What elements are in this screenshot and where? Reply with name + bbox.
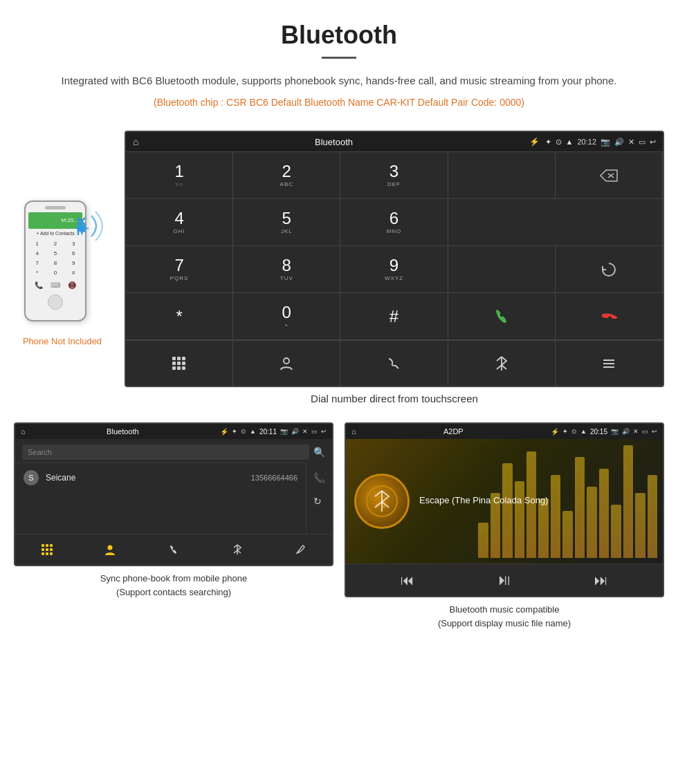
pb-search-icon[interactable]: 🔍 [313,447,325,458]
music-controls: ⏮ ⏯ ⏭ [346,563,663,596]
dial-bluetooth-icon[interactable] [448,341,556,386]
music-topbar: ⌂ A2DP ⚡ ✦ ⊙ ▲ 20:15 📷 🔊 ✕ ▭ ↩ [346,424,663,439]
pb-icon-person[interactable] [79,541,143,558]
dial-topbar-title: Bluetooth [144,137,523,147]
pb-search-box[interactable]: Search [22,445,309,460]
svg-rect-9 [182,362,185,365]
dial-empty-2 [448,199,663,246]
svg-rect-5 [177,357,181,360]
svg-rect-4 [172,357,176,360]
music-caption: Bluetooth music compatible (Support disp… [435,597,574,630]
dial-key-2[interactable]: 2 ABC [233,152,340,199]
dial-settings-icon[interactable] [556,341,663,386]
svg-rect-7 [172,362,176,365]
pb-contact-row[interactable]: S Seicane 13566664466 [15,463,306,492]
music-prev-icon[interactable]: ⏮ [401,572,414,588]
music-play-pause-icon[interactable]: ⏯ [497,571,512,589]
phone-img-wrapper: ✦ M:20... [24,200,100,332]
music-vol-icon: 🔊 [622,428,630,435]
pb-icon-phone[interactable] [142,541,205,558]
svg-rect-10 [172,366,176,370]
dial-key-5[interactable]: 5 JKL [233,199,340,246]
music-bt-icon: ✦ [562,428,568,435]
pb-search-row: Search 🔍 [15,439,332,463]
music-sig-icon: ▲ [580,428,587,435]
dial-call-end[interactable] [556,293,663,340]
pb-vol-icon: 🔊 [291,428,299,435]
svg-rect-20 [50,544,53,547]
svg-rect-26 [50,552,53,555]
svg-rect-6 [182,357,185,360]
dial-recents-icon[interactable] [340,341,448,386]
music-home-icon[interactable]: ⌂ [351,427,356,436]
pb-cam-icon: 📷 [280,428,288,435]
dial-backspace[interactable] [556,152,663,199]
pb-icon-dialpad[interactable] [15,541,79,558]
music-card: ⌂ A2DP ⚡ ✦ ⊙ ▲ 20:15 📷 🔊 ✕ ▭ ↩ [345,422,664,630]
dial-back-icon: ↩ [650,138,656,147]
title-divider [322,57,356,59]
dial-caption: Dial number direct from touchscreen [125,387,664,416]
svg-rect-24 [42,552,44,555]
svg-rect-11 [177,366,181,370]
pb-icon-bt[interactable] [205,541,269,558]
pb-icon-wrench[interactable] [268,541,332,558]
dial-key-9[interactable]: 9 WXYZ [340,246,448,293]
dial-icon-row [126,340,663,386]
pb-topbar-title: Bluetooth [29,427,217,436]
music-cam-icon: 📷 [611,428,619,435]
pb-right-icons: 📞 ↻ [306,463,332,534]
pb-empty-space [15,492,306,534]
phonebook-card: ⌂ Bluetooth ⚡ ✦ ⊙ ▲ 20:11 📷 🔊 ✕ ▭ ↩ Sear… [14,422,333,630]
dial-call-accept[interactable] [448,293,556,340]
music-screen: ⌂ A2DP ⚡ ✦ ⊙ ▲ 20:15 📷 🔊 ✕ ▭ ↩ [345,422,664,597]
dial-key-7[interactable]: 7 PQRS [126,246,233,293]
page-description: Integrated with BC6 Bluetooth module, su… [42,73,636,89]
phonebook-screen: ⌂ Bluetooth ⚡ ✦ ⊙ ▲ 20:11 📷 🔊 ✕ ▭ ↩ Sear… [14,422,333,566]
dial-section: ✦ M:20... [0,124,678,422]
phone-speaker [45,206,66,209]
pb-home-icon[interactable]: ⌂ [21,427,26,436]
dial-key-6[interactable]: 6 MNO [340,199,448,246]
page-title: Bluetooth [42,21,636,50]
pb-loc-icon: ⊙ [241,428,246,435]
dial-key-hash[interactable]: # [340,293,448,340]
pb-call-icon[interactable]: 📞 [313,472,325,483]
music-loc-icon: ⊙ [571,428,577,435]
music-usb-icon: ⚡ [551,428,559,436]
phone-illustration: ✦ M:20... [14,200,111,346]
dial-key-0[interactable]: 0 + [233,293,340,340]
pb-topbar: ⌂ Bluetooth ⚡ ✦ ⊙ ▲ 20:11 📷 🔊 ✕ ▭ ↩ [15,424,332,439]
dial-time: 20:12 [577,138,596,147]
svg-point-13 [284,358,289,364]
pb-caption: Sync phone-book from mobile phone (Suppo… [98,566,250,599]
dial-key-star[interactable]: * [126,293,233,340]
music-next-icon[interactable]: ⏭ [594,572,608,588]
dial-contacts-icon[interactable] [233,341,340,386]
dial-key-1[interactable]: 1 ○○ [126,152,233,199]
dial-home-icon[interactable]: ⌂ [133,136,138,147]
pb-refresh-icon[interactable]: ↻ [313,496,325,507]
page-header: Bluetooth Integrated with BC6 Bluetooth … [0,0,678,124]
svg-rect-18 [42,544,44,547]
dial-key-4[interactable]: 4 GHI [126,199,233,246]
bottom-row: ⌂ Bluetooth ⚡ ✦ ⊙ ▲ 20:11 📷 🔊 ✕ ▭ ↩ Sear… [0,422,678,630]
svg-point-27 [108,545,113,550]
pb-usb-icon: ⚡ [220,428,228,436]
dial-dialpad-icon[interactable] [126,341,233,386]
dial-bt-icon: ✦ [545,138,551,147]
dial-key-3[interactable]: 3 DEF [340,152,448,199]
music-back-icon: ↩ [652,428,657,435]
dial-redial[interactable] [556,246,663,293]
pb-icon-row [15,534,332,565]
svg-rect-25 [46,552,48,555]
pb-win-icon: ▭ [311,428,318,435]
svg-rect-8 [177,362,181,365]
dial-key-8[interactable]: 8 TUV [233,246,340,293]
bluetooth-waves-icon: ✦ [69,207,107,248]
pb-content: S Seicane 13566664466 📞 ↻ [15,463,332,534]
dial-display [448,152,556,199]
phone-not-included-label: Phone Not Included [23,336,102,346]
dial-x-icon: ✕ [628,138,634,147]
dial-screen: ⌂ Bluetooth ⚡ ✦ ⊙ ▲ 20:12 📷 🔊 ✕ ▭ ↩ [125,131,664,387]
